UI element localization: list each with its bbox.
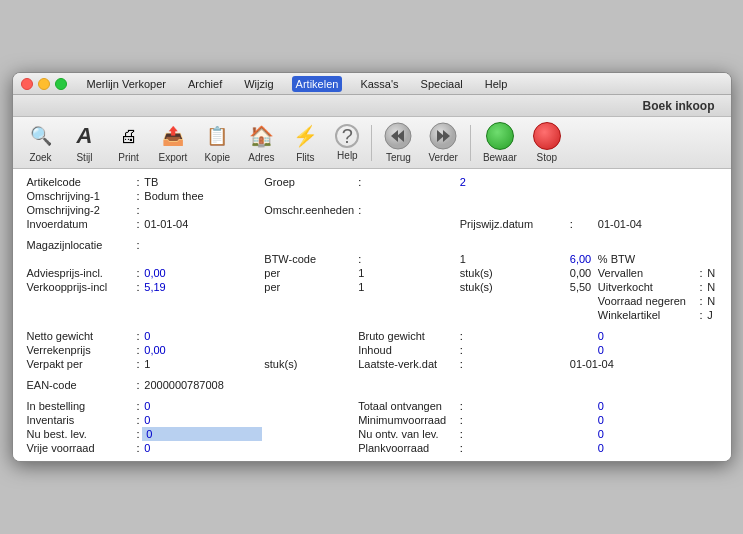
in-bestelling-value: 0 [142,399,262,413]
btwcode-label: BTW-code [262,252,356,266]
table-row: Invoerdatum : 01-01-04 Prijswijz.datum :… [25,217,719,231]
minimize-button[interactable] [38,78,50,90]
colon-24: : [458,399,568,413]
colon-22: : [135,378,143,392]
ean-code-label: EAN-code [25,378,135,392]
menu-archief[interactable]: Archief [184,76,226,92]
btw-pct: 6,00 [568,252,596,266]
adviesprijs-qty: 1 [356,266,458,280]
help-button[interactable]: ? Help [329,120,365,165]
form-table: Artikelcode : TB Groep : 2 Omschrijving-… [25,175,719,455]
colon-20: : [135,357,143,371]
nu-ontv-van-lev-label: Nu ontv. van lev. [356,427,458,441]
verder-label: Verder [428,152,457,163]
table-row: Artikelcode : TB Groep : 2 [25,175,719,189]
zoek-button[interactable]: 🔍 Zoek [21,118,61,167]
stijl-label: Stijl [76,152,92,163]
verkoopprijs-label: Verkoopprijs-incl [25,280,135,294]
nu-ontv-van-lev-value: 0 [596,427,698,441]
netto-gewicht-label: Netto gewicht [25,329,135,343]
table-row: Netto gewicht : 0 Bruto gewicht : 0 [25,329,719,343]
colon-3: : [135,189,143,203]
kopie-button[interactable]: 📋 Kopie [197,118,237,167]
inhoud-value: 0 [596,343,698,357]
totaal-ontvangen-value: 0 [596,399,698,413]
bewaar-label: Bewaar [483,152,517,163]
table-row: Verpakt per : 1 stuk(s) Laatste-verk.dat… [25,357,719,371]
gap-row [25,392,719,399]
table-row: Omschrijving-2 : Omschr.eenheden : [25,203,719,217]
adviesprijs-unit: stuk(s) [458,266,568,280]
prijswijz-value: 01-01-04 [596,217,698,231]
colon-26: : [458,413,568,427]
colon-17: : [458,329,568,343]
stijl-button[interactable]: A Stijl [65,118,105,167]
print-button[interactable]: 🖨 Print [109,118,149,167]
adviesprijs-val2: 0,00 [568,266,596,280]
verder-button[interactable]: Verder [422,118,463,167]
winkelartikel-label: Winkelartikel [596,308,698,322]
stop-button[interactable]: Stop [527,118,567,167]
table-row: Magazijnlocatie : [25,238,719,252]
help-icon: ? [335,124,359,148]
export-label: Export [159,152,188,163]
table-row: Nu best. lev. : 0 Nu ontv. van lev. : 0 [25,427,719,441]
colon-18: : [135,343,143,357]
voorraad-negeren-label: Voorraad negeren [596,294,698,308]
table-row: Verrekenprijs : 0,00 Inhoud : 0 [25,343,719,357]
maximize-button[interactable] [55,78,67,90]
flits-label: Flits [296,152,314,163]
zoek-label: Zoek [29,152,51,163]
voorraad-negeren-value: N [705,294,718,308]
terug-label: Terug [386,152,411,163]
titlebar: Merlijn Verkoper Archief Wijzig Artikele… [13,73,731,95]
colon-7: : [568,217,596,231]
table-row: In bestelling : 0 Totaal ontvangen : 0 [25,399,719,413]
adviesprijs-value: 0,00 [142,266,262,280]
table-row: Adviesprijs-incl. : 0,00 per 1 stuk(s) 0… [25,266,719,280]
verpakt-per-label: Verpakt per [25,357,135,371]
table-row: Voorraad negeren : N [25,294,719,308]
verrekenprijs-label: Verrekenprijs [25,343,135,357]
adviesprijs-per: per [262,266,356,280]
verkoopprijs-per: per [262,280,356,294]
verpakt-per-qty: 1 [142,357,262,371]
vervallen-label: Vervallen [596,266,698,280]
terug-button[interactable]: Terug [378,118,418,167]
colon-16: : [135,329,143,343]
nu-best-lev-value: 0 [142,427,262,441]
btwcode-value: 1 [458,252,568,266]
adres-button[interactable]: 🏠 Adres [241,118,281,167]
bewaar-button[interactable]: Bewaar [477,118,523,167]
plankvoorraad-label: Plankvoorraad [356,441,458,455]
omschrijving1-value: Bodum thee [142,189,697,203]
export-button[interactable]: 📤 Export [153,118,194,167]
menu-wijzig[interactable]: Wijzig [240,76,277,92]
menu-kassas[interactable]: Kassa's [356,76,402,92]
colon-25: : [135,413,143,427]
magazijnlocatie-label: Magazijnlocatie [25,238,135,252]
colon-12: : [135,280,143,294]
artikelcode-label: Artikelcode [25,175,135,189]
colon-27: : [135,427,143,441]
menu-speciaal[interactable]: Speciaal [417,76,467,92]
bruto-gewicht-value: 0 [596,329,698,343]
search-icon: 🔍 [27,122,55,150]
menu-help[interactable]: Help [481,76,512,92]
table-row: Verkoopprijs-incl : 5,19 per 1 stuk(s) 5… [25,280,719,294]
bewaar-icon [486,122,514,150]
menu-artikelen[interactable]: Artikelen [292,76,343,92]
vrije-voorraad-label: Vrije voorraad [25,441,135,455]
stop-icon [533,122,561,150]
groep-label: Groep [262,175,356,189]
invoerdatum-value: 01-01-04 [142,217,262,231]
colon-6: : [135,217,143,231]
minimumvoorraad-value: 0 [596,413,698,427]
table-row: Inventaris : 0 Minimumvoorraad : 0 [25,413,719,427]
verkoopprijs-unit: stuk(s) [458,280,568,294]
flits-button[interactable]: ⚡ Flits [285,118,325,167]
main-window: Merlijn Verkoper Archief Wijzig Artikele… [12,72,732,462]
menu-app[interactable]: Merlijn Verkoper [83,76,170,92]
artikelcode-value: TB [142,175,262,189]
close-button[interactable] [21,78,33,90]
